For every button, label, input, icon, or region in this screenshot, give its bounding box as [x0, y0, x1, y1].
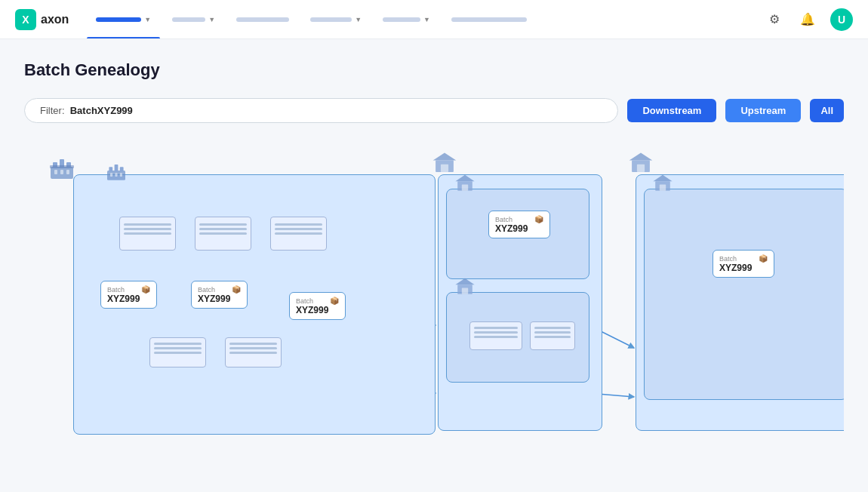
nav-arrow-1: ▼: [144, 16, 151, 23]
nav-bar-3: [236, 17, 289, 22]
svg-rect-23: [115, 173, 117, 177]
svg-marker-37: [653, 175, 672, 181]
process-node-4: [149, 337, 206, 367]
nav-arrow-5: ▼: [423, 16, 430, 23]
svg-rect-30: [462, 184, 468, 190]
notifications-button[interactable]: 🔔: [797, 9, 818, 30]
process-node-2: [195, 217, 251, 251]
downstream-button[interactable]: Downstream: [627, 99, 716, 122]
filter-bar: Filter: BatchXYZ999 Downstream Upstream …: [24, 98, 844, 123]
avatar[interactable]: U: [830, 8, 853, 31]
right-sub: Batch📦 XYZ999: [644, 189, 844, 400]
left-cluster: Batch📦 XYZ999 Batch📦 XYZ999 Batch📦 XYZ99…: [73, 174, 436, 435]
svg-rect-17: [50, 165, 74, 168]
middle-sub-bottom: [446, 292, 589, 383]
nav-bar-4: [310, 17, 352, 22]
svg-rect-33: [462, 288, 468, 294]
bell-icon: 🔔: [800, 12, 815, 26]
nav-item-2[interactable]: ▼: [163, 11, 224, 28]
logo-text: axon: [41, 13, 69, 26]
svg-marker-28: [455, 175, 474, 181]
svg-marker-34: [629, 152, 653, 160]
process-node-1: [119, 217, 176, 251]
process-node-mid: [469, 321, 522, 350]
svg-rect-15: [60, 170, 63, 174]
filter-value: BatchXYZ999: [70, 105, 133, 116]
navbar: X axon ▼ ▼ ▼ ▼ ⚙ 🔔: [0, 0, 868, 39]
logo-icon: X: [15, 9, 36, 30]
svg-rect-27: [441, 165, 448, 172]
svg-rect-19: [109, 167, 112, 171]
warehouse-icon-mid-inner: [454, 173, 476, 197]
diagram-area: Batch📦 XYZ999 Batch📦 XYZ999 Batch📦 XYZ99…: [24, 144, 844, 461]
nav-item-1[interactable]: ▼: [87, 11, 160, 28]
nav-bar-5: [383, 17, 420, 22]
svg-marker-25: [433, 152, 457, 160]
batch-card-3[interactable]: Batch📦 XYZ999: [289, 292, 346, 320]
svg-rect-16: [66, 170, 69, 174]
logo[interactable]: X axon: [15, 9, 69, 30]
nav-item-3[interactable]: [227, 13, 298, 26]
page: Batch Genealogy Filter: BatchXYZ999 Down…: [0, 39, 868, 482]
nav-right: ⚙ 🔔 U: [764, 8, 853, 31]
factory-icon-left: [104, 158, 128, 186]
nav-arrow-4: ▼: [355, 16, 362, 23]
nav-items: ▼ ▼ ▼ ▼: [87, 11, 746, 28]
svg-rect-20: [115, 165, 119, 172]
middle-sub-top: Batch📦 XYZ999: [446, 189, 589, 279]
upstream-button[interactable]: Upstream: [725, 99, 801, 122]
filter-input[interactable]: Filter: BatchXYZ999: [24, 98, 618, 123]
page-title: Batch Genealogy: [24, 60, 844, 80]
settings-button[interactable]: ⚙: [764, 9, 785, 30]
warehouse-icon-right-inner: [652, 173, 673, 197]
nav-item-6[interactable]: [442, 13, 536, 26]
process-node-3: [270, 217, 327, 251]
nav-bar-2: [172, 17, 205, 22]
batch-card-1[interactable]: Batch📦 XYZ999: [100, 281, 157, 309]
batch-card-4[interactable]: Batch📦 XYZ999: [488, 211, 550, 238]
svg-rect-14: [54, 170, 57, 174]
middle-cluster: Batch📦 XYZ999: [438, 174, 602, 431]
nav-item-5[interactable]: ▼: [374, 11, 439, 28]
warehouse-icon-mid-inner-2: [454, 276, 476, 300]
process-node-5: [225, 337, 282, 367]
svg-rect-39: [660, 184, 666, 190]
nav-item-4[interactable]: ▼: [301, 11, 371, 28]
batch-card-2[interactable]: Batch📦 XYZ999: [191, 281, 248, 309]
svg-rect-36: [637, 165, 645, 172]
avatar-initials: U: [838, 14, 845, 26]
filter-label: Filter:: [40, 105, 65, 116]
svg-marker-31: [455, 278, 474, 284]
nav-arrow-2: ▼: [208, 16, 215, 23]
all-button[interactable]: All: [810, 99, 844, 122]
process-node-mid2: [530, 321, 575, 350]
nav-bar-6: [451, 17, 527, 22]
svg-rect-24: [120, 173, 122, 177]
nav-bar-1: [96, 17, 141, 22]
svg-rect-22: [110, 173, 112, 177]
gear-icon: ⚙: [769, 12, 780, 26]
right-cluster: Batch📦 XYZ999: [636, 174, 844, 431]
factory-icon-main: [47, 152, 77, 188]
batch-card-5[interactable]: Batch📦 XYZ999: [713, 250, 774, 278]
svg-rect-21: [120, 167, 124, 171]
